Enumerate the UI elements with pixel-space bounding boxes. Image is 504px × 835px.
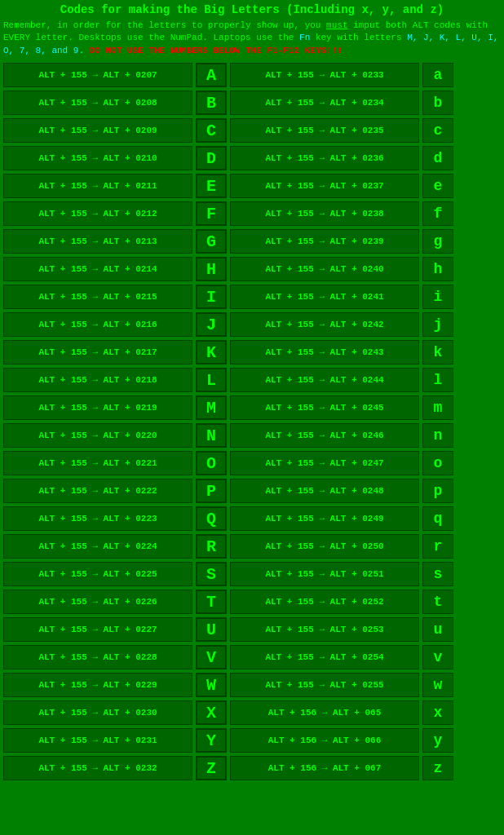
big-letter: W xyxy=(196,673,227,697)
left-alt-code: ALT + 155 → ALT + 0216 xyxy=(3,312,192,337)
small-letter: i xyxy=(422,285,453,309)
right-alt-code: ALT + 155 → ALT + 0254 xyxy=(230,645,419,669)
big-letter: C xyxy=(196,118,227,143)
right-alt-code: ALT + 155 → ALT + 0239 xyxy=(230,229,419,254)
small-letter: e xyxy=(422,174,453,198)
left-alt-code: ALT + 155 → ALT + 0208 xyxy=(3,91,192,115)
small-letter: l xyxy=(422,368,453,392)
right-alt-code: ALT + 155 → ALT + 0238 xyxy=(230,201,419,226)
left-alt-code: ALT + 155 → ALT + 0221 xyxy=(3,451,192,475)
big-letter: Z xyxy=(196,756,227,780)
big-letter: A xyxy=(196,63,227,87)
right-alt-code: ALT + 155 → ALT + 0234 xyxy=(230,91,419,115)
right-alt-code: ALT + 155 → ALT + 0255 xyxy=(230,673,419,697)
instructions: Remember, in order for the letters to pr… xyxy=(3,20,501,57)
big-letter: V xyxy=(196,645,227,669)
big-letter: H xyxy=(196,257,227,281)
small-letter: b xyxy=(422,91,453,115)
left-alt-code: ALT + 155 → ALT + 0215 xyxy=(3,285,192,309)
table-row: ALT + 155 → ALT + 0210DALT + 155 → ALT +… xyxy=(3,145,501,171)
instructions-line1: Remember, in order for the letters to pr… xyxy=(3,20,321,30)
left-alt-code: ALT + 155 → ALT + 0209 xyxy=(3,118,192,143)
small-letter: m xyxy=(422,395,453,420)
table-row: ALT + 155 → ALT + 0230XALT + 156 → ALT +… xyxy=(3,700,501,726)
left-alt-code: ALT + 155 → ALT + 0224 xyxy=(3,534,192,559)
table-row: ALT + 155 → ALT + 0213GALT + 155 → ALT +… xyxy=(3,228,501,254)
right-alt-code: ALT + 155 → ALT + 0242 xyxy=(230,312,419,337)
right-alt-code: ALT + 156 → ALT + 067 xyxy=(230,756,419,780)
right-alt-code: ALT + 155 → ALT + 0236 xyxy=(230,146,419,170)
left-alt-code: ALT + 155 → ALT + 0223 xyxy=(3,506,192,531)
table-row: ALT + 155 → ALT + 0209CALT + 155 → ALT +… xyxy=(3,117,501,144)
table-row: ALT + 155 → ALT + 0225SALT + 155 → ALT +… xyxy=(3,561,501,587)
table-row: ALT + 155 → ALT + 0226TALT + 155 → ALT +… xyxy=(3,589,501,615)
table-row: ALT + 155 → ALT + 0228VALT + 155 → ALT +… xyxy=(3,644,501,670)
right-alt-code: ALT + 156 → ALT + 065 xyxy=(230,700,419,725)
small-letter: k xyxy=(422,340,453,364)
big-letter: I xyxy=(196,285,227,309)
table-row: ALT + 155 → ALT + 0211EALT + 155 → ALT +… xyxy=(3,173,501,199)
table-row: ALT + 155 → ALT + 0220NALT + 155 → ALT +… xyxy=(3,422,501,448)
left-alt-code: ALT + 155 → ALT + 0226 xyxy=(3,590,192,614)
small-letter: z xyxy=(422,756,453,780)
left-alt-code: ALT + 155 → ALT + 0214 xyxy=(3,257,192,281)
big-letter: S xyxy=(196,562,227,586)
big-letter: U xyxy=(196,617,227,642)
big-letter: T xyxy=(196,590,227,614)
small-letter: q xyxy=(422,506,453,531)
small-letter: n xyxy=(422,423,453,448)
left-alt-code: ALT + 155 → ALT + 0225 xyxy=(3,562,192,586)
left-alt-code: ALT + 155 → ALT + 0218 xyxy=(3,368,192,392)
table-row: ALT + 155 → ALT + 0217KALT + 155 → ALT +… xyxy=(3,339,501,365)
small-letter: w xyxy=(422,673,453,697)
small-letter: d xyxy=(422,146,453,170)
must-text: must xyxy=(326,20,347,30)
table-row: ALT + 155 → ALT + 0207AALT + 155 → ALT +… xyxy=(3,62,501,88)
right-alt-code: ALT + 155 → ALT + 0248 xyxy=(230,479,419,503)
table-row: ALT + 155 → ALT + 0229WALT + 155 → ALT +… xyxy=(3,672,501,698)
left-alt-code: ALT + 155 → ALT + 0217 xyxy=(3,340,192,364)
right-alt-code: ALT + 155 → ALT + 0252 xyxy=(230,590,419,614)
big-letter: B xyxy=(196,91,227,115)
small-letter: x xyxy=(422,700,453,725)
small-letter: v xyxy=(422,645,453,669)
table-container: ALT + 155 → ALT + 0207AALT + 155 → ALT +… xyxy=(3,62,501,781)
warning-text: DO NOT USE THE NUMBERS BELOW THE F1-F12 … xyxy=(90,46,343,55)
table-row: ALT + 155 → ALT + 0208BALT + 155 → ALT +… xyxy=(3,90,501,116)
big-letter: D xyxy=(196,146,227,170)
right-alt-code: ALT + 155 → ALT + 0235 xyxy=(230,118,419,143)
table-row: ALT + 155 → ALT + 0218LALT + 155 → ALT +… xyxy=(3,367,501,393)
left-alt-code: ALT + 155 → ALT + 0228 xyxy=(3,645,192,669)
left-alt-code: ALT + 155 → ALT + 0232 xyxy=(3,756,192,780)
big-letter: L xyxy=(196,368,227,392)
big-letter: N xyxy=(196,423,227,448)
right-alt-code: ALT + 155 → ALT + 0243 xyxy=(230,340,419,364)
right-alt-code: ALT + 155 → ALT + 0240 xyxy=(230,257,419,281)
big-letter: P xyxy=(196,479,227,503)
small-letter: c xyxy=(422,118,453,143)
big-letter: E xyxy=(196,174,227,198)
big-letter: X xyxy=(196,700,227,725)
small-letter: o xyxy=(422,451,453,475)
big-letter: Y xyxy=(196,728,227,753)
small-letter: h xyxy=(422,257,453,281)
page-title: Codes for making the Big Letters (Includ… xyxy=(3,3,501,16)
big-letter: F xyxy=(196,201,227,226)
big-letter: M xyxy=(196,395,227,420)
table-row: ALT + 155 → ALT + 0212FALT + 155 → ALT +… xyxy=(3,201,501,227)
fn-key-text: Fn xyxy=(299,33,310,42)
right-alt-code: ALT + 155 → ALT + 0245 xyxy=(230,395,419,420)
table-row: ALT + 155 → ALT + 0231YALT + 156 → ALT +… xyxy=(3,727,501,753)
left-alt-code: ALT + 155 → ALT + 0231 xyxy=(3,728,192,753)
big-letter: O xyxy=(196,451,227,475)
table-row: ALT + 155 → ALT + 0221OALT + 155 → ALT +… xyxy=(3,450,501,476)
right-alt-code: ALT + 155 → ALT + 0249 xyxy=(230,506,419,531)
small-letter: u xyxy=(422,617,453,642)
left-alt-code: ALT + 155 → ALT + 0220 xyxy=(3,423,192,448)
instructions-line3: key with letters xyxy=(316,33,402,42)
small-letter: j xyxy=(422,312,453,337)
left-alt-code: ALT + 155 → ALT + 0211 xyxy=(3,174,192,198)
left-alt-code: ALT + 155 → ALT + 0207 xyxy=(3,63,192,87)
right-alt-code: ALT + 155 → ALT + 0253 xyxy=(230,617,419,642)
big-letter: K xyxy=(196,340,227,364)
